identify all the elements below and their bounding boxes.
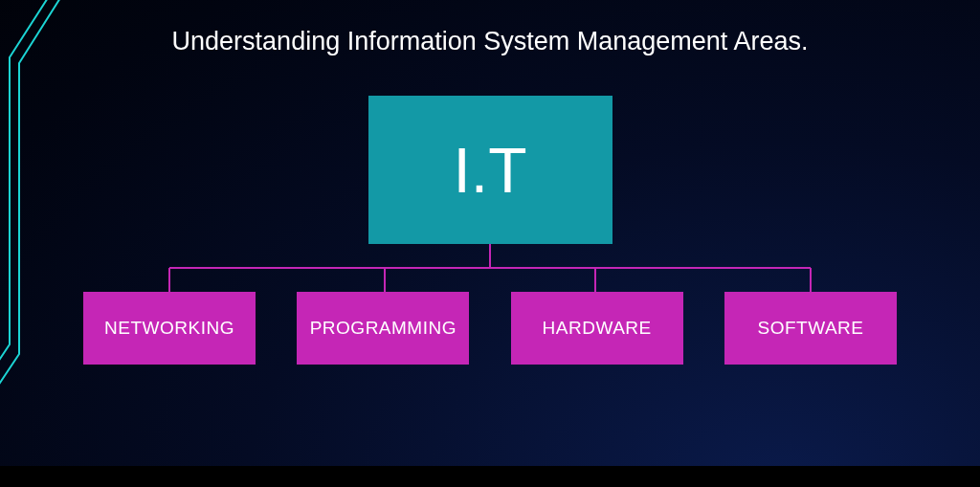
child-label: SOFTWARE [758, 318, 864, 339]
slide-title: Understanding Information System Managem… [0, 27, 980, 56]
child-row: NETWORKING PROGRAMMING HARDWARE SOFTWARE [83, 292, 897, 365]
org-chart: I.T NETWORKING PROGRAMMING HARDWARE SOFT… [0, 96, 980, 365]
bottom-bar [0, 466, 980, 487]
child-node-hardware: HARDWARE [511, 292, 683, 365]
child-label: HARDWARE [543, 318, 652, 339]
child-node-networking: NETWORKING [83, 292, 256, 365]
child-node-software: SOFTWARE [724, 292, 897, 365]
connector-lines [145, 244, 835, 292]
child-label: PROGRAMMING [310, 318, 457, 339]
child-node-programming: PROGRAMMING [297, 292, 469, 365]
root-node-label: I.T [454, 134, 527, 207]
root-node: I.T [368, 96, 612, 244]
child-label: NETWORKING [104, 318, 234, 339]
